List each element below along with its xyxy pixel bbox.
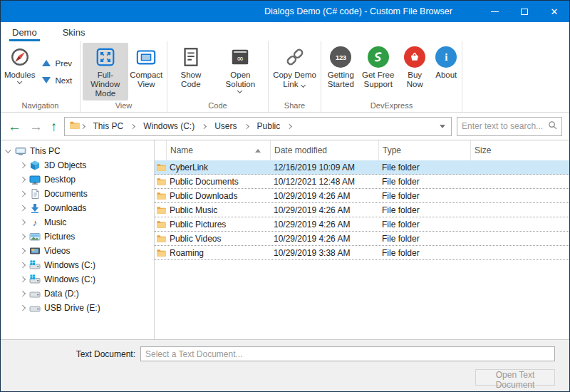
desktop-icon (29, 174, 41, 185)
picture-icon (29, 231, 41, 242)
breadcrumb-item-windows-c[interactable]: Windows (C:) (137, 121, 201, 131)
file-row-public-downloads[interactable]: Public Downloads 10/29/2019 4:26 AM File… (155, 189, 569, 203)
file-date-modified: 10/29/2019 4:26 AM (270, 205, 378, 215)
up-button[interactable]: ↑ (49, 120, 59, 133)
breadcrumb-separator-icon (245, 124, 249, 128)
prev-button[interactable]: Prev (39, 58, 75, 69)
folder-icon (155, 249, 166, 257)
tree-item-desktop[interactable]: Desktop (1, 172, 154, 187)
folder-icon (70, 120, 80, 132)
tab-skins[interactable]: Skins (60, 24, 88, 41)
tree-item-this-pc[interactable]: This PC (1, 144, 154, 158)
chevron-right-icon[interactable] (19, 191, 26, 197)
copy-demo-link-button[interactable]: Copy Demo Link (271, 43, 318, 100)
chevron-right-icon[interactable] (19, 262, 26, 269)
chevron-right-icon[interactable] (19, 220, 26, 226)
navigation-toolbar: ← → ↑ This PC Windows (C:) Users Public (1, 113, 569, 140)
search-input[interactable] (462, 121, 545, 131)
column-header-type[interactable]: Type (378, 140, 470, 160)
file-name: Public Documents (166, 177, 270, 187)
breadcrumb[interactable]: This PC Windows (C:) Users Public (64, 117, 452, 136)
close-icon: ✕ (551, 6, 559, 17)
chevron-right-icon[interactable] (19, 291, 26, 297)
get-free-support-button[interactable]: Get Free Support (360, 43, 397, 100)
file-name: Roaming (166, 248, 270, 258)
chevron-right-icon[interactable] (19, 205, 26, 212)
tree-item-documents[interactable]: Documents (1, 187, 154, 201)
open-text-document-button[interactable]: Open Text Document (475, 369, 555, 386)
tree-item-pictures[interactable]: Pictures (1, 229, 154, 244)
column-header-size[interactable]: Size (470, 140, 569, 160)
tree-item-data-d[interactable]: Data (D:) (1, 287, 154, 301)
download-icon (29, 202, 41, 214)
close-button[interactable]: ✕ (539, 1, 569, 22)
buy-now-button[interactable]: Buy Now (398, 43, 432, 100)
tree-item-music[interactable]: ♪ Music (1, 215, 154, 229)
file-row-public-pictures[interactable]: Public Pictures 10/29/2019 4:26 AM File … (155, 217, 569, 232)
compact-view-button[interactable]: Compact View (128, 43, 165, 100)
ribbon: Modules Prev Next Navigation (1, 41, 569, 113)
chevron-right-icon[interactable] (19, 234, 26, 240)
file-row-public-music[interactable]: Public Music 10/29/2019 4:26 AM File fol… (155, 203, 569, 217)
shopping-basket-icon (404, 46, 425, 68)
getting-started-button[interactable]: 123 Getting Started (323, 43, 358, 100)
chevron-down-icon (301, 83, 306, 87)
file-type: File folder (378, 205, 470, 215)
tree-item-videos[interactable]: Videos (1, 244, 154, 258)
breadcrumb-item-public[interactable]: Public (251, 121, 287, 131)
chevron-right-icon[interactable] (19, 248, 26, 254)
chevron-down-icon[interactable] (5, 148, 11, 155)
open-solution-button[interactable]: ∞ Open Solution (215, 43, 266, 100)
compass-icon (9, 46, 31, 68)
forward-button[interactable]: → (28, 120, 44, 133)
folder-icon (155, 163, 166, 172)
tab-demo[interactable]: Demo (9, 24, 40, 41)
file-type: File folder (378, 163, 470, 172)
full-window-mode-button[interactable]: Full-Window Mode (83, 43, 128, 100)
tree-item-usb-drive-e[interactable]: USB Drive (E:) (1, 301, 154, 315)
text-document-label: Text Document: (1, 349, 140, 359)
chevron-right-icon[interactable] (19, 277, 26, 283)
minimize-button[interactable] (480, 1, 509, 22)
tree-item-3d-objects[interactable]: 3D Objects (1, 158, 154, 172)
tree-item-downloads[interactable]: Downloads (1, 201, 154, 215)
compact-view-label: Compact View (130, 71, 163, 89)
breadcrumb-item-this-pc[interactable]: This PC (87, 121, 130, 131)
modules-button[interactable]: Modules (3, 43, 36, 100)
text-document-input[interactable] (140, 346, 555, 361)
show-code-button[interactable]: Show Code (170, 43, 212, 100)
breadcrumb-item-users[interactable]: Users (208, 121, 243, 131)
back-button[interactable]: ← (6, 120, 23, 133)
column-header-date-modified[interactable]: Date modified (270, 140, 378, 160)
search-icon[interactable] (548, 120, 557, 132)
file-row-cyberlink[interactable]: CyberLink 12/16/2019 10:09 AM File folde… (155, 160, 569, 175)
ribbon-group-navigation: Modules Prev Next Navigation (1, 41, 81, 112)
file-name: Public Downloads (166, 191, 270, 201)
column-header-name[interactable]: Name (166, 140, 270, 160)
windows-drive-icon (29, 259, 41, 271)
getting-started-label: Getting Started (325, 71, 357, 89)
music-note-icon: ♪ (29, 217, 41, 228)
breadcrumb-separator-icon (288, 124, 292, 128)
file-date-modified: 10/29/2019 4:26 AM (270, 220, 378, 229)
file-row-roaming[interactable]: Roaming 10/29/2019 3:38 AM File folder (155, 246, 569, 260)
file-row-public-documents[interactable]: Public Documents 10/12/2021 12:48 AM Fil… (155, 175, 569, 189)
file-type: File folder (378, 191, 470, 201)
breadcrumb-dropdown-icon[interactable] (440, 125, 445, 128)
prev-next-group: Prev Next (36, 43, 78, 100)
file-date-modified: 12/16/2019 10:09 AM (270, 163, 378, 172)
window-title: Dialogs Demo (C# code) - Custom File Bro… (264, 1, 452, 22)
modules-label: Modules (4, 71, 35, 80)
link-icon (284, 46, 306, 68)
tree-item-windows-c-1[interactable]: Windows (C:) (1, 258, 154, 272)
tree-item-windows-c-2[interactable]: Windows (C:) (1, 272, 154, 287)
main-area: This PC 3D Objects Desktop Documents Dow (1, 140, 569, 339)
file-row-public-videos[interactable]: Public Videos 10/29/2019 4:26 AM File fo… (155, 232, 569, 246)
maximize-button[interactable] (509, 1, 539, 22)
about-button[interactable]: i About (433, 43, 460, 100)
chevron-right-icon[interactable] (19, 163, 26, 169)
chevron-right-icon[interactable] (19, 305, 26, 311)
chevron-right-icon[interactable] (19, 177, 26, 183)
ribbon-group-devexpress: 123 Getting Started Get Free Support Buy… (321, 41, 462, 112)
next-button[interactable]: Next (39, 75, 75, 86)
